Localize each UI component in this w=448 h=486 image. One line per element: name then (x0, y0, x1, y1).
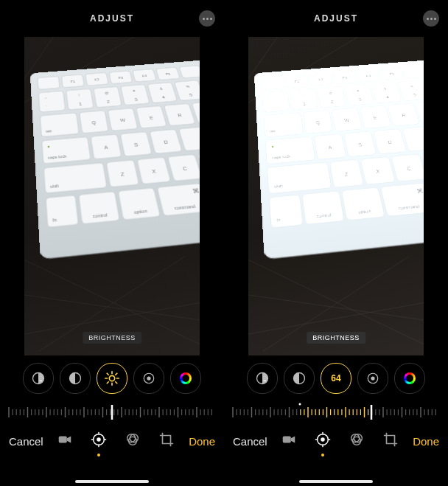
svg-text:W: W (120, 118, 126, 122)
adjustment-label: BRIGHTNESS (307, 332, 365, 344)
svg-rect-74 (79, 192, 120, 224)
tool-color[interactable] (170, 363, 201, 394)
svg-point-308 (299, 403, 301, 406)
svg-rect-154 (59, 436, 67, 442)
svg-rect-171 (262, 76, 284, 89)
svg-text:W: W (344, 118, 350, 122)
mode-video[interactable] (281, 431, 297, 451)
done-button[interactable]: Done (189, 435, 215, 448)
svg-text:F3: F3 (118, 76, 123, 80)
mode-adjust[interactable] (315, 431, 331, 451)
svg-rect-76 (118, 188, 161, 221)
phone-left: ADJUST F1 F2 F3 F4 F5 (0, 0, 224, 486)
svg-rect-72 (46, 195, 79, 228)
svg-point-312 (321, 437, 326, 442)
svg-line-93 (116, 382, 117, 383)
svg-text:shift: shift (50, 184, 60, 189)
adjustment-tool-row[interactable] (0, 355, 224, 401)
svg-text:F5: F5 (165, 72, 171, 75)
svg-line-94 (107, 382, 108, 383)
keyboard-photo: F1 F2 F3 F4 F5 ~` 1! 2@ 3# 4$ 5% tab Q W… (30, 58, 200, 261)
svg-point-87 (109, 375, 114, 381)
tool-highlights[interactable] (357, 363, 388, 394)
svg-rect-193 (345, 84, 374, 105)
svg-point-163 (129, 437, 137, 445)
svg-point-252 (371, 376, 374, 380)
page-title: ADJUST (90, 13, 134, 24)
tool-brightness[interactable]: 64 (321, 363, 351, 394)
home-indicator[interactable] (75, 480, 149, 483)
svg-rect-26 (94, 86, 122, 107)
exposure-icon (31, 371, 46, 386)
tool-contrast[interactable] (60, 363, 91, 394)
svg-text:~: ~ (45, 97, 48, 100)
top-bar: ADJUST (0, 0, 224, 37)
home-indicator[interactable] (299, 480, 373, 483)
svg-rect-18 (179, 66, 200, 78)
svg-text:F4: F4 (142, 74, 148, 78)
bottom-bar: Cancel Done (0, 423, 224, 459)
done-button[interactable]: Done (413, 435, 439, 448)
svg-text:⌘: ⌘ (192, 187, 200, 194)
svg-point-156 (97, 437, 102, 442)
contrast-icon (292, 371, 307, 386)
svg-rect-238 (303, 192, 344, 224)
svg-text:@: @ (105, 91, 109, 95)
svg-text:S: S (357, 142, 362, 147)
page-title: ADJUST (314, 13, 358, 24)
adjustment-slider[interactable] (224, 401, 448, 423)
svg-point-97 (147, 376, 150, 380)
svg-rect-236 (270, 195, 303, 228)
svg-text:⌘: ⌘ (416, 187, 424, 194)
phone-right: ADJUST F1 F2 F3 F4 F5 ~` 1! 2@ (224, 0, 448, 486)
image-preview[interactable]: F1 F2 F3 F4 F5 ~` 1! 2@ 3# 4$ 5% tab Q W… (24, 37, 200, 355)
highlights-icon (366, 372, 379, 385)
brightness-value: 64 (331, 373, 340, 383)
tool-brightness[interactable] (97, 363, 127, 394)
svg-text:Q: Q (315, 120, 321, 125)
tool-highlights[interactable] (133, 363, 164, 394)
mode-filters[interactable] (349, 431, 365, 451)
svg-text:Q: Q (91, 120, 97, 125)
cancel-button[interactable]: Cancel (233, 435, 267, 448)
mode-icons (57, 431, 175, 451)
mode-crop[interactable] (158, 431, 175, 451)
svg-rect-190 (318, 86, 346, 107)
exposure-icon (255, 371, 270, 386)
top-bar: ADJUST (224, 0, 448, 37)
mode-adjust[interactable] (91, 431, 107, 451)
mode-video[interactable] (57, 431, 73, 451)
svg-text:F4: F4 (366, 74, 372, 78)
tool-exposure[interactable] (247, 363, 278, 394)
svg-text:F2: F2 (94, 78, 99, 82)
svg-text:@: @ (329, 91, 333, 95)
tool-exposure[interactable] (23, 363, 54, 394)
more-button[interactable] (423, 10, 439, 27)
svg-text:fn: fn (52, 218, 57, 223)
adjustment-slider[interactable] (0, 401, 224, 423)
tool-contrast[interactable] (284, 363, 315, 394)
svg-rect-240 (342, 188, 385, 221)
mode-icons (281, 431, 399, 451)
svg-line-92 (107, 373, 108, 375)
mode-filters[interactable] (125, 431, 141, 451)
image-preview[interactable]: F1 F2 F3 F4 F5 ~` 1! 2@ 3# 4$ 5% tab Q W… (248, 37, 424, 355)
svg-rect-310 (283, 436, 291, 442)
svg-rect-29 (121, 84, 150, 105)
adjustment-tool-row[interactable]: 64 (224, 355, 448, 401)
mode-crop[interactable] (382, 431, 399, 451)
svg-rect-7 (38, 76, 60, 89)
svg-text:fn: fn (276, 218, 281, 223)
more-button[interactable] (199, 10, 215, 27)
adjustment-label: BRIGHTNESS (83, 332, 141, 344)
cancel-button[interactable]: Cancel (9, 435, 43, 448)
keyboard-photo: F1 F2 F3 F4 F5 ~` 1! 2@ 3# 4$ 5% tab Q W… (254, 58, 424, 261)
svg-rect-182 (403, 66, 424, 78)
tool-color[interactable] (394, 363, 425, 394)
highlights-icon (142, 372, 155, 385)
contrast-icon (68, 371, 83, 386)
svg-point-319 (353, 437, 361, 445)
svg-text:F1: F1 (294, 80, 299, 83)
svg-text:S: S (133, 142, 138, 147)
svg-rect-20 (38, 91, 66, 112)
